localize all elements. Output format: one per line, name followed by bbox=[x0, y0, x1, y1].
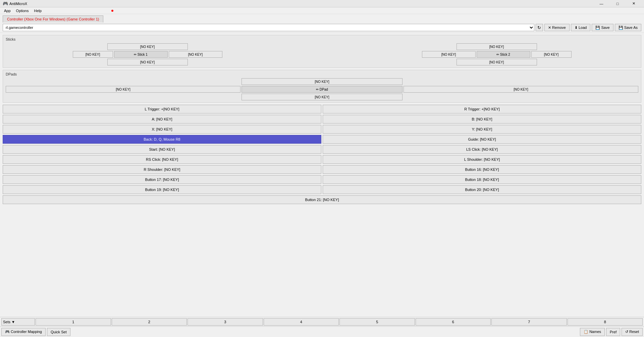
menu-help[interactable]: Help bbox=[32, 8, 45, 13]
stick1-top[interactable]: [NO KEY] bbox=[107, 43, 188, 50]
button-left-7[interactable]: Button 17: [NO KEY] bbox=[3, 175, 321, 184]
quick-set-button[interactable]: Quick Set bbox=[47, 328, 70, 336]
save-button[interactable]: 💾 Save bbox=[592, 24, 613, 31]
app-title: AntiMicroX bbox=[9, 2, 594, 6]
sets-bar: Sets ▼ 12345678 bbox=[0, 317, 644, 326]
load-button[interactable]: ⬇ Load bbox=[571, 24, 591, 31]
dpad-label: ✏ DPad bbox=[316, 88, 328, 91]
set-button-1[interactable]: 1 bbox=[36, 318, 111, 326]
dpads-section: DPads [NO KEY] [NO KEY] ✏ DPad [NO KEY] … bbox=[3, 70, 641, 103]
close-button[interactable]: ✕ bbox=[626, 0, 641, 7]
names-button[interactable]: 📋 Names bbox=[580, 328, 605, 336]
stick1-center[interactable]: ✏ Stick 1 bbox=[114, 51, 168, 58]
button-right-3[interactable]: Guide: [NO KEY] bbox=[323, 135, 641, 144]
button-row: A: [NO KEY]B: [NO KEY] bbox=[3, 115, 641, 124]
buttons-grid: L Trigger: +[NO KEY]R Trigger: +[NO KEY]… bbox=[3, 105, 641, 204]
button-row: Button 19: [NO KEY]Button 20: [NO KEY] bbox=[3, 185, 641, 194]
button-right-4[interactable]: LS Click: [NO KEY] bbox=[323, 145, 641, 154]
dpad-center[interactable]: ✏ DPad bbox=[241, 86, 402, 93]
button-row: R Shoulder: [NO KEY]Button 16: [NO KEY] bbox=[3, 165, 641, 174]
button-right-2[interactable]: Y: [NO KEY] bbox=[323, 125, 641, 134]
sets-label: Sets bbox=[3, 320, 10, 324]
minimize-button[interactable]: — bbox=[594, 0, 609, 7]
button-row: L Trigger: +[NO KEY]R Trigger: +[NO KEY] bbox=[3, 105, 641, 113]
button-right-5[interactable]: L Shoulder: [NO KEY] bbox=[323, 155, 641, 164]
reset-button[interactable]: ↺ Reset bbox=[622, 328, 643, 336]
button-row: RS Click: [NO KEY]L Shoulder: [NO KEY] bbox=[3, 155, 641, 164]
button-right-8[interactable]: Button 20: [NO KEY] bbox=[323, 185, 641, 194]
button-left-9[interactable]: Button 21: [NO KEY] bbox=[3, 195, 641, 204]
controller-mapping-button[interactable]: 🎮 Controller Mapping bbox=[1, 328, 46, 336]
pref-button[interactable]: Pref bbox=[606, 328, 620, 336]
stick2-center-right[interactable]: [NO KEY] bbox=[531, 51, 572, 58]
save-as-button[interactable]: 💾 Save As bbox=[615, 24, 641, 31]
dpad-right[interactable]: [NO KEY] bbox=[404, 86, 638, 93]
button-left-3[interactable]: Back: D, Q, Mouse R8 bbox=[3, 135, 321, 144]
button-row: Button 17: [NO KEY]Button 18: [NO KEY] bbox=[3, 175, 641, 184]
button-row: Button 21: [NO KEY] bbox=[3, 195, 641, 204]
stick2-label: ✏ Stick 2 bbox=[496, 53, 510, 56]
controller-tab[interactable]: Controller (Xbox One For Windows) (Game … bbox=[3, 15, 103, 22]
stick1-bottom[interactable]: [NO KEY] bbox=[107, 59, 188, 65]
action-bar: 🎮 Controller Mapping Quick Set 📋 Names P… bbox=[0, 326, 644, 337]
set-button-3[interactable]: 3 bbox=[187, 318, 263, 326]
dpad-top[interactable]: [NO KEY] bbox=[241, 78, 402, 85]
dpad-left[interactable]: [NO KEY] bbox=[6, 86, 240, 93]
stick1-label: ✏ Stick 1 bbox=[134, 53, 148, 56]
app-icon: 🎮 bbox=[3, 1, 8, 6]
stick2-top[interactable]: [NO KEY] bbox=[457, 43, 537, 50]
sticks-title: Sticks bbox=[6, 37, 638, 41]
button-right-6[interactable]: Button 16: [NO KEY] bbox=[323, 165, 641, 174]
toolbar: rl.gamecontroller ↻ ✕ Remove ⬇ Load 💾 Sa… bbox=[0, 22, 644, 33]
stick1-center-right[interactable]: [NO KEY] bbox=[169, 51, 222, 58]
sets-dropdown-arrow: ▼ bbox=[11, 320, 15, 324]
stick2-left[interactable]: [NO KEY] bbox=[422, 51, 476, 58]
sticks-section: Sticks [NO KEY] [NO KEY] ✏ Stick 1 [NO K… bbox=[3, 35, 641, 68]
button-row: Start: [NO KEY]LS Click: [NO KEY] bbox=[3, 145, 641, 154]
maximize-button[interactable]: □ bbox=[610, 0, 625, 7]
button-left-0[interactable]: L Trigger: +[NO KEY] bbox=[3, 105, 321, 113]
button-left-6[interactable]: R Shoulder: [NO KEY] bbox=[3, 165, 321, 174]
stick2-bottom[interactable]: [NO KEY] bbox=[457, 59, 537, 65]
button-row: Back: D, Q, Mouse R8Guide: [NO KEY] bbox=[3, 135, 641, 144]
sets-dropdown[interactable]: Sets ▼ bbox=[1, 318, 35, 326]
profile-select[interactable]: rl.gamecontroller bbox=[3, 24, 534, 31]
button-left-2[interactable]: X: [NO KEY] bbox=[3, 125, 321, 134]
set-button-4[interactable]: 4 bbox=[264, 318, 339, 326]
menu-app[interactable]: App bbox=[1, 8, 13, 13]
set-button-7[interactable]: 7 bbox=[491, 318, 567, 326]
button-left-5[interactable]: RS Click: [NO KEY] bbox=[3, 155, 321, 164]
set-numbers-container: 12345678 bbox=[36, 318, 643, 326]
set-button-8[interactable]: 8 bbox=[568, 318, 643, 326]
button-left-4[interactable]: Start: [NO KEY] bbox=[3, 145, 321, 154]
dpads-title: DPads bbox=[6, 72, 638, 76]
button-left-1[interactable]: A: [NO KEY] bbox=[3, 115, 321, 124]
title-bar: 🎮 AntiMicroX — □ ✕ bbox=[0, 0, 644, 7]
stick2-center[interactable]: ✏ Stick 2 bbox=[477, 51, 530, 58]
dpad-bottom[interactable]: [NO KEY] bbox=[241, 94, 402, 100]
button-row: X: [NO KEY]Y: [NO KEY] bbox=[3, 125, 641, 134]
button-left-8[interactable]: Button 19: [NO KEY] bbox=[3, 185, 321, 194]
button-right-0[interactable]: R Trigger: +[NO KEY] bbox=[323, 105, 641, 113]
tab-bar: Controller (Xbox One For Windows) (Game … bbox=[0, 14, 644, 22]
remove-button[interactable]: ✕ Remove bbox=[544, 24, 570, 31]
stick1-left[interactable]: [NO KEY] bbox=[73, 51, 113, 58]
button-right-1[interactable]: B: [NO KEY] bbox=[323, 115, 641, 124]
set-button-2[interactable]: 2 bbox=[112, 318, 187, 326]
main-content: Sticks [NO KEY] [NO KEY] ✏ Stick 1 [NO K… bbox=[0, 33, 644, 314]
refresh-button[interactable]: ↻ bbox=[536, 24, 543, 31]
set-button-6[interactable]: 6 bbox=[416, 318, 491, 326]
activity-indicator bbox=[111, 10, 113, 12]
menu-bar: App Options Help bbox=[0, 7, 644, 14]
button-right-7[interactable]: Button 18: [NO KEY] bbox=[323, 175, 641, 184]
set-button-5[interactable]: 5 bbox=[339, 318, 415, 326]
menu-options[interactable]: Options bbox=[13, 8, 32, 13]
